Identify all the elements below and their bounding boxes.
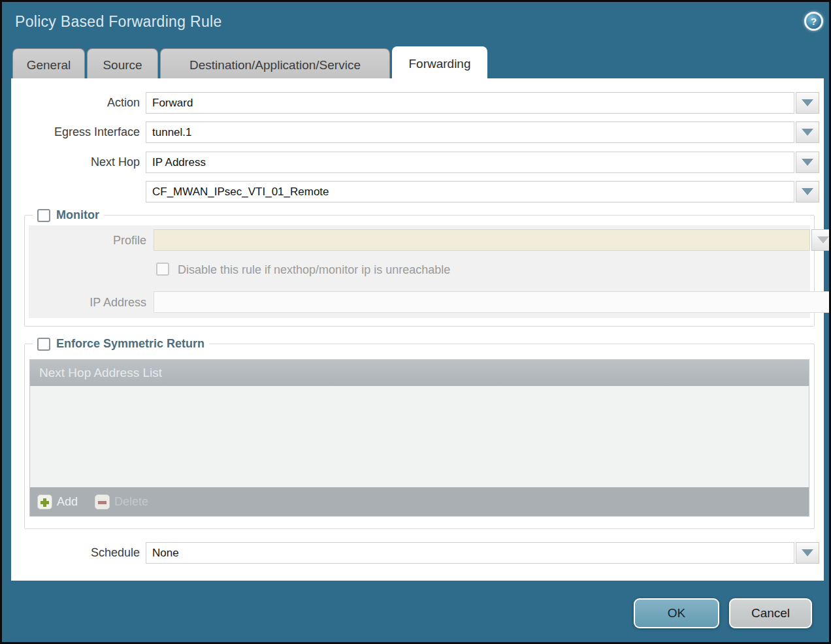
schedule-input[interactable] (146, 542, 794, 564)
delete-button-label: Delete (114, 495, 148, 509)
egress-interface-label: Egress Interface (11, 121, 140, 143)
chevron-down-icon (802, 99, 813, 106)
next-hop-address-input[interactable] (146, 181, 794, 202)
chevron-down-icon (802, 129, 813, 136)
next-hop-address-combo (146, 181, 819, 202)
schedule-label: Schedule (11, 542, 140, 564)
tab-source[interactable]: Source (87, 48, 158, 80)
plus-icon (37, 494, 52, 509)
next-hop-label: Next Hop (11, 152, 140, 173)
dialog-title: Policy Based Forwarding Rule (15, 13, 222, 31)
action-label: Action (11, 92, 140, 114)
next-hop-address-list-table: Next Hop Address List Add Delete (29, 359, 809, 517)
enforce-symmetric-return-checkbox[interactable] (37, 338, 50, 351)
minus-icon (95, 494, 110, 509)
monitor-ip-address-label: IP Address (29, 291, 146, 314)
monitor-legend-label: Monitor (56, 208, 99, 222)
monitor-legend: Monitor (33, 208, 104, 222)
delete-button: Delete (95, 494, 148, 509)
forwarding-tab-panel: Action Egress Interface Next Hop (11, 78, 824, 581)
action-input[interactable] (146, 92, 794, 114)
profile-input (154, 229, 810, 251)
enforce-legend: Enforce Symmetric Return (33, 337, 209, 351)
monitor-checkbox[interactable] (37, 209, 50, 222)
enforce-legend-label: Enforce Symmetric Return (56, 337, 204, 351)
next-hop-combo (146, 152, 819, 173)
monitor-section: Monitor Profile Disable this rule if nex… (24, 208, 815, 327)
next-hop-address-list-header: Next Hop Address List (30, 360, 809, 386)
egress-interface-combo (146, 121, 819, 143)
chevron-down-icon (802, 159, 813, 166)
next-hop-type-input[interactable] (146, 152, 794, 173)
schedule-dropdown-button[interactable] (796, 542, 819, 564)
next-hop-dropdown-button[interactable] (796, 152, 819, 173)
profile-label: Profile (29, 229, 146, 251)
egress-interface-input[interactable] (146, 121, 794, 143)
ok-button[interactable]: OK (634, 598, 719, 628)
egress-interface-dropdown-button[interactable] (796, 121, 819, 143)
tab-destination-application-service[interactable]: Destination/Application/Service (160, 48, 390, 80)
disable-rule-label: Disable this rule if nexthop/monitor ip … (178, 263, 450, 277)
next-hop-address-list-body (30, 386, 809, 487)
disable-rule-checkbox (156, 263, 169, 276)
action-dropdown-button[interactable] (796, 92, 819, 114)
tab-general[interactable]: General (12, 48, 85, 80)
tab-forwarding[interactable]: Forwarding (392, 46, 487, 80)
help-button[interactable]: ? (804, 12, 823, 31)
chevron-down-icon (802, 188, 813, 195)
monitor-body: Profile Disable this rule if nexthop/mon… (29, 225, 810, 318)
tab-bar: General Source Destination/Application/S… (12, 46, 487, 80)
profile-combo (154, 229, 831, 251)
schedule-combo (146, 542, 819, 564)
profile-dropdown-button (811, 229, 831, 251)
chevron-down-icon (817, 236, 829, 244)
cancel-button[interactable]: Cancel (729, 598, 812, 628)
add-button-label: Add (57, 495, 78, 509)
monitor-ip-address-input (154, 291, 831, 313)
chevron-down-icon (802, 549, 813, 556)
add-button: Add (37, 494, 78, 509)
pbf-rule-dialog: Policy Based Forwarding Rule ? General S… (0, 0, 831, 644)
question-mark-icon: ? (806, 14, 821, 29)
next-hop-address-list-toolbar: Add Delete (30, 487, 809, 516)
next-hop-address-dropdown-button[interactable] (796, 181, 819, 202)
action-combo (146, 92, 819, 114)
enforce-symmetric-return-section: Enforce Symmetric Return Next Hop Addres… (24, 337, 815, 529)
